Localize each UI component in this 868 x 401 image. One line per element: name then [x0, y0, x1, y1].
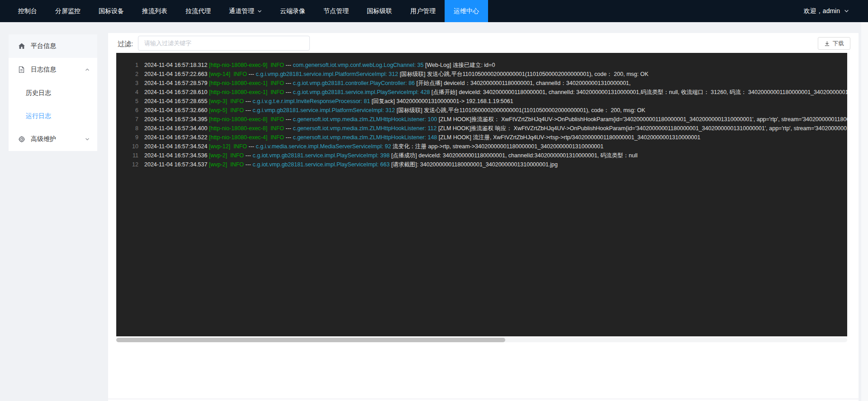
log-thread-level: [wvp-12] INFO [209, 143, 247, 150]
log-message: 流变化：注册 app->rtp, stream->340200000011800… [391, 143, 604, 150]
nav-item-label: 通道管理 [229, 7, 254, 15]
log-logger: c.g.i.v.g.t.e.r.impl.InviteResponseProce… [252, 98, 370, 104]
log-line: 122024-11-04 16:57:34.537 [wvp-2] INFO -… [116, 160, 847, 169]
log-separator: --- [284, 125, 293, 132]
log-line-number: 5 [116, 97, 144, 106]
log-line-number: 3 [116, 79, 144, 88]
log-line: 112024-11-04 16:57:34.536 [wvp-2] INFO -… [116, 151, 847, 160]
nav-item-label: 运维中心 [454, 7, 479, 15]
nav-item-gb-cascade[interactable]: 国标级联 [358, 0, 401, 22]
log-logger: c.g.i.vmp.gb28181.service.impl.PlatformS… [256, 71, 398, 77]
log-separator: --- [284, 80, 293, 86]
log-message: [ZLM HOOK]推流鉴权： XwFtVZrtZbHJq4UV->OnPubl… [437, 116, 847, 123]
log-line: 102024-11-04 16:57:34.524 [wvp-12] INFO … [116, 142, 847, 151]
log-timestamp: 2024-11-04 16:57:28.579 [144, 80, 209, 86]
log-thread-level: [http-nio-18080-exec-8] INFO [209, 125, 284, 132]
nav-item-push-list[interactable]: 推流列表 [133, 0, 176, 22]
log-line: 52024-11-04 16:57:28.655 [wvp-3] INFO --… [116, 97, 847, 106]
log-logger: c.g.i.v.media.service.impl.MediaServerSe… [256, 143, 391, 150]
chevron-up-icon [85, 67, 90, 72]
user-greeting: 欢迎，admin [804, 7, 840, 15]
nav-item-pull-proxy[interactable]: 拉流代理 [176, 0, 220, 22]
page-scrollbar[interactable] [861, 22, 868, 401]
log-timestamp: 2024-11-04 16:57:34.537 [144, 161, 209, 168]
log-message: [国标级联] 发送心跳,平台11010500002000000001(11010… [395, 107, 645, 113]
log-line: 72024-11-04 16:57:34.395 [http-nio-18080… [116, 115, 847, 124]
gear-icon [18, 136, 26, 143]
log-line-number: 9 [116, 133, 144, 142]
log-separator: --- [244, 152, 252, 159]
log-thread-level: [wvp-3] INFO [209, 98, 244, 104]
sidebar-item-history-log[interactable]: 历史日志 [9, 81, 97, 104]
sidebar-item-run-log[interactable]: 运行日志 [9, 104, 97, 127]
log-timestamp: 2024-11-04 16:57:22.663 [144, 71, 209, 77]
log-horizontal-scrollbar[interactable] [116, 338, 847, 342]
log-thread-level: [http-nio-18080-exec-9] INFO [209, 62, 284, 68]
log-line-number: 11 [116, 151, 144, 160]
nav-item-gb-device[interactable]: 国标设备 [90, 0, 133, 22]
card-bottom-divider [108, 399, 859, 399]
log-logger: c.genersoft.iot.vmp.media.zlm.ZLMHttpHoo… [293, 134, 437, 141]
user-menu[interactable]: 欢迎，admin [804, 0, 868, 22]
log-thread-level: [http-nio-18080-exec-1] INFO [209, 89, 284, 95]
sidebar-item-platform-info[interactable]: 平台信息 [9, 34, 97, 58]
sidebar-item-log-info[interactable]: 日志信息 [9, 58, 97, 81]
filter-input[interactable] [138, 36, 310, 51]
log-separator: --- [284, 89, 293, 95]
log-message: [点播成功] deviceId: 34020000001180000001, c… [389, 152, 637, 159]
nav-item-channel-mgmt[interactable]: 通道管理 [220, 0, 271, 22]
log-line-number: 10 [116, 142, 144, 151]
log-separator: --- [244, 98, 252, 104]
nav-item-node-mgmt[interactable]: 节点管理 [314, 0, 358, 22]
log-thread-level: [wvp-2] INFO [209, 161, 244, 168]
nav-item-label: 节点管理 [323, 7, 349, 15]
log-logger: c.g.iot.vmp.gb28181.service.impl.PlaySer… [293, 89, 430, 95]
log-line: 92024-11-04 16:57:34.522 [http-nio-18080… [116, 133, 847, 142]
log-line-number: 4 [116, 88, 144, 97]
filter-label: 过滤: [118, 40, 133, 48]
sidebar-item-label: 高级维护 [31, 135, 56, 143]
log-separator: --- [244, 161, 252, 168]
nav-item-user-mgmt[interactable]: 用户管理 [401, 0, 445, 22]
log-message: [国标级联] 发送心跳,平台11010500002000000001(11010… [398, 71, 648, 77]
log-timestamp: 2024-11-04 16:57:34.400 [144, 125, 209, 132]
log-line-number: 1 [116, 61, 144, 70]
log-thread-level: [http-nio-18080-exec-4] INFO [209, 134, 284, 141]
log-thread-level: [wvp-5] INFO [209, 107, 244, 113]
nav-item-cloud-record[interactable]: 云端录像 [271, 0, 314, 22]
log-thread-level: [wvp-2] INFO [209, 152, 244, 159]
sidebar-item-advanced-maintenance[interactable]: 高级维护 [9, 127, 97, 151]
nav-item-label: 国标级联 [367, 7, 392, 15]
log-thread-level: [http-nio-18080-exec-1] INFO [209, 80, 284, 86]
nav-item-split-screen[interactable]: 分屏监控 [46, 0, 90, 22]
log-separator: --- [244, 107, 252, 113]
log-message: [点播开始] deviceId: 34020000001180000001, c… [430, 89, 847, 95]
log-line-number: 2 [116, 70, 144, 79]
main-content: 过滤: 下载 12024-11-04 16:57:18.312 [http-ni… [108, 33, 859, 401]
nav-item-label: 分屏监控 [55, 7, 81, 15]
doc-icon [18, 66, 26, 73]
nav-item-console[interactable]: 控制台 [9, 0, 46, 22]
log-timestamp: 2024-11-04 16:57:34.536 [144, 152, 209, 159]
chevron-down-icon [257, 9, 262, 14]
sidebar-item-label: 平台信息 [31, 42, 56, 50]
log-timestamp: 2024-11-04 16:57:28.655 [144, 98, 209, 104]
home-icon [18, 42, 26, 50]
log-line-number: 7 [116, 115, 144, 124]
log-timestamp: 2024-11-04 16:57:34.522 [144, 134, 209, 141]
top-nav: 控制台分屏监控国标设备推流列表拉流代理通道管理云端录像节点管理国标级联用户管理运… [0, 0, 868, 22]
nav-item-ops-center[interactable]: 运维中心 [445, 0, 488, 22]
log-message: [Web-Log] 连接已建立: id=0 [424, 62, 495, 68]
log-message: [请求截图]: 34020000001180000001_34020000001… [389, 161, 558, 168]
log-line: 32024-11-04 16:57:28.579 [http-nio-18080… [116, 79, 847, 88]
log-line-number: 12 [116, 160, 144, 169]
log-message: [ZLM HOOK]推流鉴权 响应： XwFtVZrtZbHJq4UV->OnP… [436, 125, 847, 132]
log-panel[interactable]: 12024-11-04 16:57:18.312 [http-nio-18080… [116, 53, 847, 336]
log-timestamp: 2024-11-04 16:57:34.524 [144, 143, 209, 150]
log-message: [ZLM HOOK] 流注册, XwFtVZrtZbHJq4UV->rtsp->… [437, 134, 700, 141]
log-separator: --- [284, 116, 293, 123]
log-horizontal-scrollbar-thumb[interactable] [116, 338, 505, 342]
log-logger: c.g.i.vmp.gb28181.service.impl.PlatformS… [252, 107, 395, 113]
log-line: 62024-11-04 16:57:32.660 [wvp-5] INFO --… [116, 106, 847, 115]
download-button[interactable]: 下载 [818, 37, 850, 50]
